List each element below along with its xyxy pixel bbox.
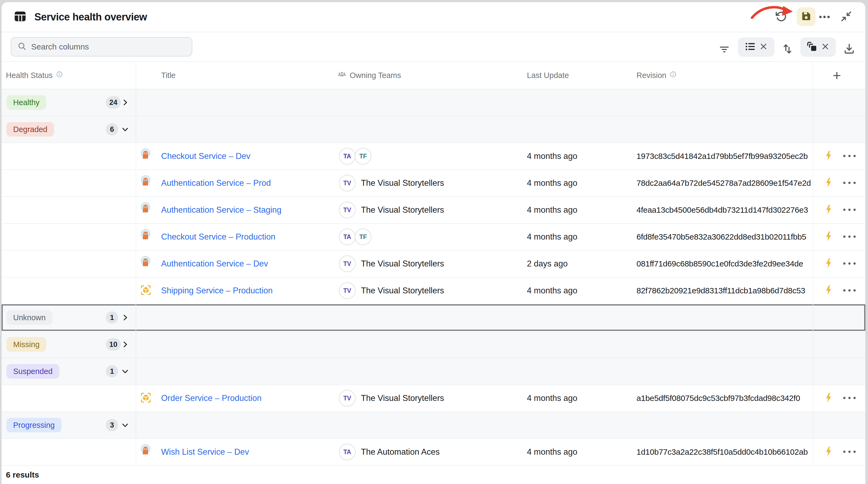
table-row[interactable]: Wish List Service – DevTAThe Automation … <box>2 439 865 466</box>
revision-hash: 82f7862b20921e9d8313ff11dcb1a98b6d7d8c53 <box>637 286 805 295</box>
lightning-icon[interactable] <box>825 204 832 216</box>
group-row-progressing[interactable]: Progressing3 <box>2 412 865 439</box>
service-link[interactable]: Checkout Service – Dev <box>161 151 251 161</box>
undo-icon <box>775 10 787 24</box>
status-badge: Unknown <box>6 310 52 325</box>
lightning-icon[interactable] <box>825 446 832 458</box>
team-avatar[interactable]: TV <box>339 282 355 299</box>
service-link[interactable]: Authentication Service – Dev <box>161 259 268 268</box>
octopus-icon <box>140 202 152 218</box>
column-header-owning-teams[interactable]: Owning Teams <box>337 70 401 81</box>
service-link[interactable]: Checkout Service – Production <box>161 232 276 242</box>
group-count: 1 <box>106 365 118 377</box>
row-menu-icon[interactable] <box>842 288 857 293</box>
group-count: 1 <box>106 311 118 324</box>
row-menu-icon[interactable] <box>842 207 857 212</box>
table-row[interactable]: Shipping Service – ProductionTVThe Visua… <box>2 278 865 304</box>
lightning-icon[interactable] <box>825 285 832 296</box>
group-row-unknown[interactable]: Unknown1 <box>2 304 865 331</box>
lightning-icon[interactable] <box>825 150 832 162</box>
table-row[interactable]: Authentication Service – DevTVThe Visual… <box>2 251 865 278</box>
undo-button[interactable] <box>774 10 788 24</box>
list-view-toggle[interactable] <box>738 37 775 57</box>
results-count: 6 results <box>6 470 39 479</box>
search-input[interactable] <box>31 42 182 51</box>
last-update: 4 months ago <box>527 232 578 242</box>
table-row[interactable]: Checkout Service – DevTATF4 months ago19… <box>2 143 865 170</box>
octopus-icon <box>140 444 152 460</box>
row-menu-icon[interactable] <box>842 396 857 401</box>
info-icon[interactable] <box>670 71 677 80</box>
titlebar: Service health overview <box>2 2 865 32</box>
lightning-icon[interactable] <box>825 258 832 269</box>
group-row-missing[interactable]: Missing10 <box>2 331 865 358</box>
chevron-down-icon[interactable] <box>121 421 129 429</box>
team-name: The Visual Storytellers <box>361 205 444 215</box>
chevron-right-icon[interactable] <box>121 313 129 322</box>
lightning-icon[interactable] <box>825 177 832 189</box>
chevron-right-icon[interactable] <box>121 98 129 107</box>
row-menu-icon[interactable] <box>842 450 857 454</box>
chevron-down-icon[interactable] <box>121 367 129 376</box>
lightning-icon[interactable] <box>825 231 832 243</box>
row-menu-icon[interactable] <box>842 261 857 266</box>
group-by-toggle[interactable] <box>800 37 836 57</box>
group-count: 3 <box>106 419 118 431</box>
service-link[interactable]: Order Service – Production <box>161 393 261 403</box>
revision-hash: 1973c83c5d41842a1d79bb5ef7fb99a93205ec2b <box>637 152 808 161</box>
package-icon <box>140 284 152 297</box>
team-avatar[interactable]: TV <box>339 390 355 406</box>
search-box[interactable] <box>11 37 192 56</box>
row-menu-icon[interactable] <box>842 181 857 186</box>
row-menu-icon[interactable] <box>842 234 857 239</box>
team-avatar[interactable]: TF <box>355 148 371 165</box>
more-options-button[interactable] <box>817 15 832 20</box>
team-avatar[interactable]: TV <box>339 255 355 272</box>
table-row[interactable]: Authentication Service – ProdTVThe Visua… <box>2 170 865 197</box>
team-avatar[interactable]: TA <box>339 229 355 245</box>
last-update: 4 months ago <box>527 286 578 295</box>
clear-group-by-icon[interactable] <box>820 41 830 53</box>
team-avatar[interactable]: TV <box>339 202 355 218</box>
chevron-right-icon[interactable] <box>121 340 129 349</box>
filter-button[interactable] <box>718 43 731 56</box>
team-name: The Visual Storytellers <box>361 259 444 268</box>
service-link[interactable]: Shipping Service – Production <box>161 286 273 295</box>
table-row[interactable]: Order Service – ProductionTVThe Visual S… <box>2 385 865 412</box>
team-avatar[interactable]: TV <box>339 175 355 192</box>
column-header-last-update[interactable]: Last Update <box>527 71 569 80</box>
team-avatar[interactable]: TA <box>339 148 355 165</box>
column-header-title[interactable]: Title <box>161 71 176 80</box>
list-icon <box>744 40 756 54</box>
service-link[interactable]: Wish List Service – Dev <box>161 447 249 457</box>
collapse-widget-button[interactable] <box>839 10 853 24</box>
owning-teams-cell: TATF <box>339 229 371 245</box>
column-header-health-status[interactable]: Health Status <box>6 71 63 80</box>
service-link[interactable]: Authentication Service – Staging <box>161 205 281 215</box>
info-icon[interactable] <box>56 71 63 80</box>
owning-teams-cell: TV <box>339 390 355 406</box>
team-avatar[interactable]: TA <box>339 444 355 460</box>
package-icon <box>140 392 152 405</box>
owning-teams-cell: TV <box>339 255 355 272</box>
save-button[interactable] <box>797 7 816 26</box>
chevron-down-icon[interactable] <box>121 125 129 134</box>
group-row-degraded[interactable]: Degraded6 <box>2 116 865 143</box>
last-update: 4 months ago <box>527 205 578 215</box>
table-row[interactable]: Checkout Service – ProductionTATF4 month… <box>2 224 865 251</box>
ellipsis-icon <box>819 15 830 20</box>
revision-hash: 6fd8fe35470b5e832a30622dd8ed31b02011fbb5 <box>637 232 806 241</box>
table-row[interactable]: Authentication Service – StagingTVThe Vi… <box>2 197 865 224</box>
team-avatar[interactable]: TF <box>355 229 371 245</box>
group-row-healthy[interactable]: Healthy24 <box>2 89 865 116</box>
download-button[interactable] <box>843 42 856 56</box>
column-header-revision[interactable]: Revision <box>637 71 677 80</box>
row-menu-icon[interactable] <box>842 154 857 159</box>
service-link[interactable]: Authentication Service – Prod <box>161 178 271 188</box>
sort-button[interactable] <box>781 42 794 56</box>
add-column-button[interactable] <box>832 70 842 82</box>
group-count: 6 <box>106 123 118 136</box>
clear-list-view-icon[interactable] <box>758 41 769 53</box>
lightning-icon[interactable] <box>825 393 832 404</box>
group-row-suspended[interactable]: Suspended1 <box>2 358 865 385</box>
